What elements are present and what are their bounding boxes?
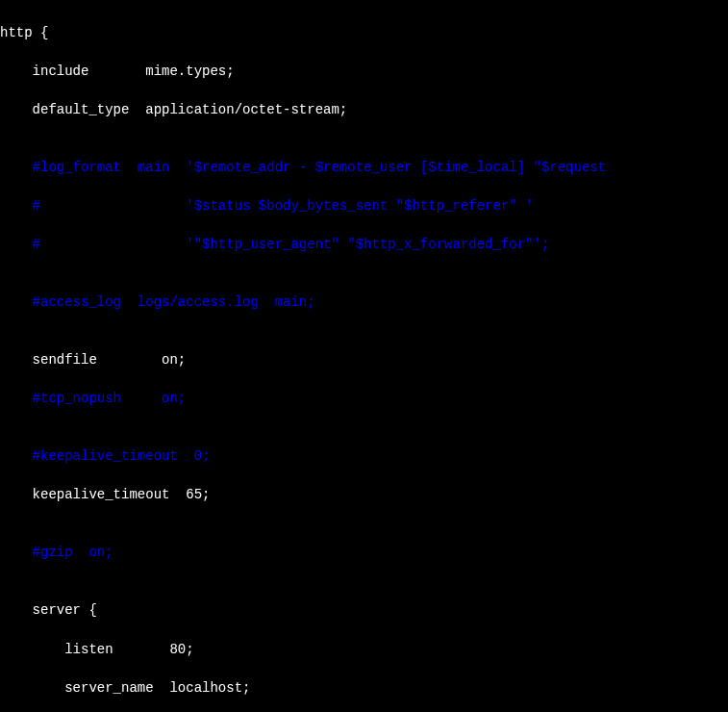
code-line: http { [0,23,728,42]
code-line: listen 80; [0,640,728,659]
code-comment-line: #access_log logs/access.log main; [0,292,728,312]
code-line: default_type application/octet-stream; [0,100,728,119]
code-comment-line: # '$status $body_bytes_sent "$http_refer… [0,196,728,216]
code-comment-line: #tcp_nopush on; [0,389,728,408]
code-line: include mime.types; [0,62,728,81]
code-line: keepalive_timeout 65; [0,485,728,504]
code-comment-line: #keepalive_timeout 0; [0,446,728,466]
code-line: server_name localhost; [0,678,728,698]
code-comment-line: # '"$http_user_agent" "$http_x_forwarded… [0,235,728,254]
code-line: server { [0,600,728,620]
code-comment-line: #gzip on; [0,543,728,562]
nginx-config-code: http { include mime.types; default_type … [0,4,728,712]
code-comment-line: #log_format main '$remote_addr - $remote… [0,158,728,177]
code-line: sendfile on; [0,350,728,369]
